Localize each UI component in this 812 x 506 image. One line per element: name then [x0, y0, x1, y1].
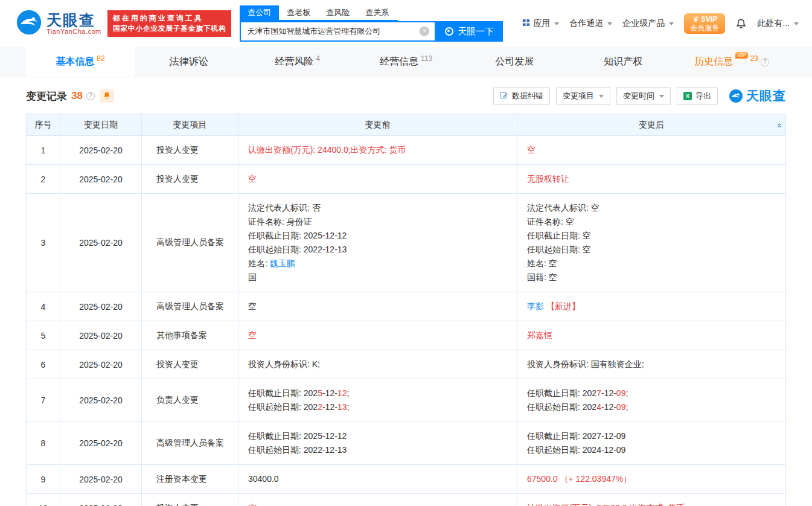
subscribe-bell-icon[interactable] [100, 89, 114, 103]
nav-enterprise-products[interactable]: 企业级产品 [622, 18, 674, 29]
cell-no: 6 [27, 350, 60, 379]
nav-cooperation[interactable]: 合作通道 [569, 18, 612, 29]
cell-no: 1 [27, 136, 60, 165]
cell-date: 2025-02-20 [60, 165, 142, 194]
cell-after: 空 [517, 136, 786, 165]
nav-apps[interactable]: 应用 [522, 18, 559, 29]
section-count: 38 [71, 90, 83, 102]
nav-user-menu[interactable]: 此处有... [757, 18, 799, 29]
cell-line: 认缴出资额(万元): 24400.0;出资方式: 货币 [248, 143, 507, 157]
search-tab-company[interactable]: 查公司 [240, 5, 279, 20]
chevron-down-icon [669, 22, 674, 25]
tab-basic-info[interactable]: 基本信息 82 [26, 47, 135, 77]
entity-link[interactable]: 李影 [527, 301, 544, 311]
excel-icon [683, 92, 692, 100]
text-segment: 任职起始日期: 2022-12-13 [248, 445, 347, 455]
tab-label: 经营风险 [275, 56, 313, 68]
tab-count: 23 [750, 54, 758, 63]
change-item-filter-button[interactable]: 变更项目 [556, 87, 610, 105]
search-tab-risk[interactable]: 查风险 [318, 5, 357, 20]
cell-before: 空 [238, 494, 517, 506]
nav-user-menu-label: 此处有... [757, 18, 790, 29]
search-button[interactable]: 天眼一下 [436, 21, 503, 42]
cell-no: 9 [27, 465, 60, 494]
logo-subtitle: TianYanCha.com [46, 28, 101, 35]
tab-business-risk[interactable]: 经营风险 4 [243, 47, 352, 77]
nav-enterprise-label: 企业级产品 [622, 18, 665, 29]
table-row: 12025-02-20投资人变更认缴出资额(万元): 24400.0;出资方式:… [27, 136, 786, 165]
collapse-table-icon[interactable]: « [775, 123, 785, 126]
column-header-date: 变更日期 [60, 114, 142, 136]
crown-icon: ♛ [692, 15, 699, 24]
cell-line: 任职截止日期: 2027-12-09 [527, 429, 776, 443]
cell-line: 姓名: 空 [527, 257, 776, 271]
chevron-down-icon [659, 95, 664, 98]
text-segment: 空 [248, 174, 257, 184]
slogan-line1: 都在用的商业查询工具 [113, 13, 226, 24]
top-header: 天眼查 TianYanCha.com 都在用的商业查询工具 国家中小企业发展子基… [0, 0, 812, 47]
svip-label: SVIP [701, 15, 717, 24]
help-icon[interactable] [86, 92, 95, 100]
tianyancha-logo[interactable]: 天眼查 TianYanCha.com [16, 9, 101, 38]
search-tab-boss[interactable]: 查老板 [279, 5, 318, 20]
cell-line: 任职起始日期: 2022-12-13; [248, 400, 507, 414]
cell-line: 67500.0 （+ 122.03947%） [527, 472, 776, 486]
tab-intellectual-property[interactable]: 知识产权 [569, 47, 677, 77]
help-icon[interactable] [761, 58, 769, 66]
slogan-banner: 都在用的商业查询工具 国家中小企业发展子基金旗下机构 [107, 10, 232, 37]
cell-line: 任职起始日期: 2022-12-13 [248, 243, 507, 257]
text-segment: 任职起始日期: 202 [527, 402, 596, 412]
edit-icon [500, 91, 508, 101]
cell-line: 任职起始日期: 空 [527, 243, 776, 257]
text-segment: 认缴出资额(万元): 67500.0;出资方式: 货币 [527, 503, 685, 506]
column-header-item: 变更项目 [142, 114, 238, 136]
text-segment: 任职起始日期: 2022-12-13 [248, 245, 347, 254]
text-segment: 无股权转让 [527, 174, 569, 184]
tab-count: 82 [97, 54, 104, 63]
cell-no: 8 [27, 422, 60, 465]
cell-after: 无股权转让 [517, 165, 786, 194]
data-correction-label: 数据纠错 [512, 91, 543, 101]
cell-date: 2025-02-20 [60, 321, 142, 350]
chevron-down-icon [599, 95, 604, 98]
vip-badge: VIP [735, 52, 748, 59]
cell-line: 任职截止日期: 2025-12-12; [248, 386, 507, 400]
tianyancha-watermark-label: 天眼查 [746, 88, 786, 104]
text-segment: 国 [248, 272, 257, 282]
search-tabs: 查公司 查老板 查风险 查关系 [240, 5, 398, 21]
tab-history-info[interactable]: 历史信息 VIP 23 [677, 47, 786, 77]
tab-company-development[interactable]: 公司发展 [460, 47, 569, 77]
search-tab-relation[interactable]: 查关系 [357, 5, 397, 20]
cell-line: 空 [248, 299, 507, 313]
cell-date: 2025-02-20 [60, 379, 142, 422]
text-segment: 09 [616, 388, 626, 398]
data-correction-button[interactable]: 数据纠错 [493, 87, 550, 105]
tab-business-info[interactable]: 经营信息 113 [352, 47, 461, 77]
cell-before: 认缴出资额(万元): 24400.0;出资方式: 货币 [238, 136, 517, 165]
cell-line: 国籍: 空 [527, 271, 776, 284]
cell-line: 法定代表人标识: 否 [248, 201, 507, 215]
cell-line: 任职截止日期: 2025-12-12 [248, 229, 507, 243]
notification-bell-icon[interactable] [735, 18, 747, 30]
section-title: 变更记录 [26, 89, 67, 103]
cell-before: 空 [238, 292, 517, 321]
chevron-down-icon [554, 22, 559, 25]
search-input[interactable] [241, 22, 435, 40]
tab-legal-proceedings[interactable]: 法律诉讼 [135, 47, 243, 77]
cell-after: 郑嘉恒 [517, 321, 786, 350]
text-segment: 任职截止日期: 2025-12-12 [248, 231, 347, 240]
search-box: × [240, 21, 436, 42]
text-segment: 【新进】 [544, 301, 580, 311]
text-segment: 法定代表人标识: 否 [248, 203, 321, 213]
tab-label: 经营信息 [380, 56, 418, 68]
text-segment: 任职截止日期: 202 [527, 388, 596, 398]
entity-link[interactable]: 魏玉鹏 [270, 258, 295, 268]
export-button[interactable]: 导出 [677, 87, 718, 105]
tab-label: 公司发展 [495, 56, 534, 68]
cell-line: 投资人身份标识: K; [248, 357, 507, 371]
change-time-filter-button[interactable]: 变更时间 [616, 87, 671, 105]
tab-label: 法律诉讼 [170, 56, 208, 68]
cell-after: 投资人身份标识: 国有独资企业; [517, 350, 786, 379]
svip-member-badge[interactable]: ♛ SVIP 会员服务 [684, 13, 725, 34]
cell-no: 10 [27, 494, 60, 506]
